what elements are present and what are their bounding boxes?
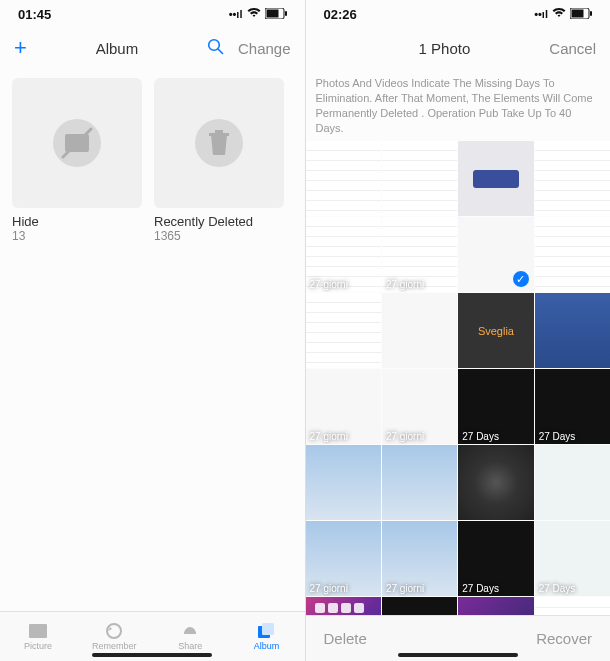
deletion-info: Photos And Videos Indicate The Missing D…: [306, 68, 611, 141]
days-remaining-label: 27 giorni: [310, 431, 348, 442]
photo-grid: 27 giorni27 giorni✓Sveglia27 giorni27 gi…: [306, 141, 611, 615]
svg-rect-15: [590, 11, 592, 16]
photo-thumbnail[interactable]: [382, 293, 457, 368]
tab-label: Picture: [24, 641, 52, 651]
svg-line-4: [218, 49, 223, 54]
photo-thumbnail[interactable]: [535, 293, 610, 368]
home-indicator[interactable]: [92, 653, 212, 657]
photo-thumbnail[interactable]: [306, 597, 381, 615]
photo-thumbnail[interactable]: 27 Days: [535, 369, 610, 444]
status-time: 01:45: [18, 7, 51, 22]
days-remaining-label: 27 Days: [539, 583, 576, 594]
status-icons: ••ıl: [229, 8, 287, 21]
tab-picture[interactable]: Picture: [0, 612, 76, 661]
photo-thumbnail[interactable]: [535, 217, 610, 292]
svg-rect-14: [572, 9, 584, 17]
svg-point-10: [107, 624, 121, 638]
recently-deleted-screen: 02:26 ••ıl 1 Photo Cancel Photos And Vid…: [306, 0, 611, 661]
nav-bar: 1 Photo Cancel: [306, 28, 611, 68]
page-title: 1 Photo: [350, 40, 540, 57]
photo-thumbnail[interactable]: [306, 141, 381, 216]
change-button[interactable]: Change: [238, 40, 291, 57]
photo-thumbnail[interactable]: ✓: [458, 217, 533, 292]
album-title: Hide: [12, 214, 142, 229]
trash-thumb-icon: [154, 78, 284, 208]
signal-icon: ••ıl: [534, 8, 548, 20]
nav-bar: + Album Change: [0, 28, 305, 68]
tab-label: Share: [178, 641, 202, 651]
days-remaining-label: 27 giorni: [310, 583, 348, 594]
svg-rect-1: [266, 9, 278, 17]
photo-thumbnail[interactable]: 27 Days: [535, 521, 610, 596]
photo-thumbnail[interactable]: 27 giorni: [382, 369, 457, 444]
days-remaining-label: 27 giorni: [386, 279, 424, 290]
photo-thumbnail[interactable]: 27 giorni: [382, 217, 457, 292]
battery-icon: [265, 8, 287, 21]
photo-thumbnail[interactable]: [535, 445, 610, 520]
photo-thumbnail[interactable]: [535, 141, 610, 216]
photo-thumbnail[interactable]: [382, 445, 457, 520]
recover-button[interactable]: Recover: [536, 630, 592, 647]
svg-rect-2: [285, 11, 287, 16]
photo-thumbnail[interactable]: 27 giorni: [306, 369, 381, 444]
delete-button[interactable]: Delete: [324, 630, 367, 647]
photo-thumbnail[interactable]: [458, 445, 533, 520]
days-remaining-label: 27 Days: [462, 431, 499, 442]
photo-thumbnail[interactable]: [535, 597, 610, 615]
album-count: 13: [12, 229, 142, 243]
days-remaining-label: 27 Days: [539, 431, 576, 442]
hide-thumb-icon: [12, 78, 142, 208]
search-icon[interactable]: [207, 38, 224, 59]
days-remaining-label: 27 giorni: [386, 583, 424, 594]
photo-thumbnail[interactable]: 27 Days: [458, 369, 533, 444]
photo-thumbnail[interactable]: [458, 141, 533, 216]
photo-thumbnail[interactable]: Sveglia: [458, 293, 533, 368]
signal-icon: ••ıl: [229, 8, 243, 20]
photo-thumbnail[interactable]: [306, 293, 381, 368]
photo-thumbnail[interactable]: 27 Days: [458, 521, 533, 596]
album-hide[interactable]: Hide 13: [12, 78, 142, 243]
status-icons: ••ıl: [534, 8, 592, 21]
tab-label: Remember: [92, 641, 137, 651]
selected-check-icon: ✓: [512, 270, 530, 288]
album-count: 1365: [154, 229, 284, 243]
page-title: Album: [37, 40, 197, 57]
wifi-icon: [247, 8, 261, 20]
tab-label: Album: [254, 641, 280, 651]
albums-screen: 01:45 ••ıl + Album Change: [0, 0, 306, 661]
cancel-button[interactable]: Cancel: [549, 40, 596, 57]
status-bar: 01:45 ••ıl: [0, 0, 305, 28]
home-indicator[interactable]: [398, 653, 518, 657]
days-remaining-label: 27 giorni: [310, 279, 348, 290]
svg-rect-12: [262, 623, 274, 635]
photo-thumbnail[interactable]: 27 giorni: [306, 521, 381, 596]
photo-thumbnail[interactable]: [306, 445, 381, 520]
tab-album[interactable]: Album: [228, 612, 304, 661]
album-grid: Hide 13 Recently Deleted 1365: [0, 68, 305, 253]
svg-rect-9: [29, 624, 47, 638]
status-bar: 02:26 ••ıl: [306, 0, 611, 28]
battery-icon: [570, 8, 592, 21]
days-remaining-label: 27 Days: [462, 583, 499, 594]
status-time: 02:26: [324, 7, 357, 22]
photo-thumbnail[interactable]: 27 giorni: [306, 217, 381, 292]
photo-thumbnail[interactable]: [382, 597, 457, 615]
days-remaining-label: 27 giorni: [386, 431, 424, 442]
wifi-icon: [552, 8, 566, 20]
photo-thumbnail[interactable]: 27 giorni: [382, 521, 457, 596]
photo-thumbnail[interactable]: [458, 597, 533, 615]
photo-thumbnail[interactable]: [382, 141, 457, 216]
add-button[interactable]: +: [14, 35, 27, 61]
album-title: Recently Deleted: [154, 214, 284, 229]
album-recently-deleted[interactable]: Recently Deleted 1365: [154, 78, 284, 243]
